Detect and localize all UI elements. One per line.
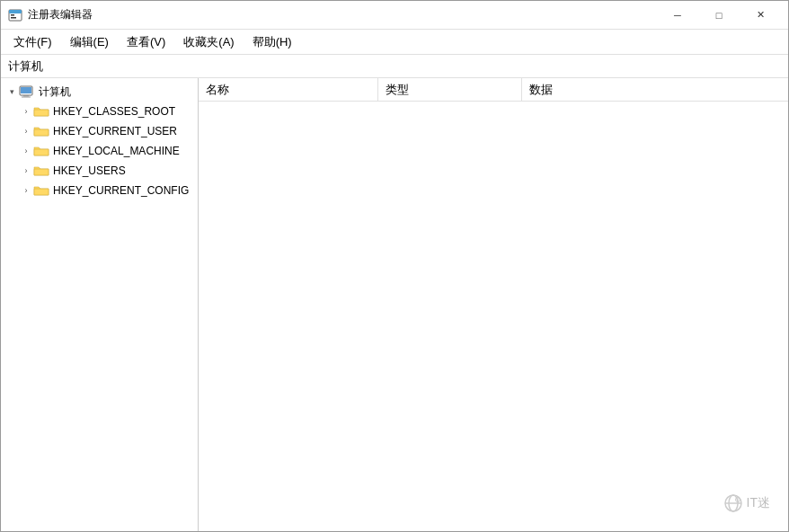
svg-rect-10: [34, 149, 49, 155]
root-expander[interactable]: ▾: [4, 84, 19, 99]
hkcu-expander[interactable]: ›: [19, 124, 33, 138]
tree-label-hkcr: HKEY_CLASSES_ROOT: [53, 105, 175, 118]
col-header-type: 类型: [378, 78, 522, 101]
svg-rect-8: [34, 110, 49, 116]
menu-file[interactable]: 文件(F): [4, 31, 61, 54]
folder-icon-hku: [33, 164, 49, 177]
window-title: 注册表编辑器: [28, 7, 657, 22]
maximize-button[interactable]: □: [698, 1, 740, 30]
menu-edit[interactable]: 编辑(E): [61, 31, 118, 54]
registry-editor-window: 注册表编辑器 ─ □ ✕ 文件(F) 编辑(E) 查看(V) 收藏夹(A) 帮助…: [0, 0, 789, 532]
menu-help[interactable]: 帮助(H): [244, 31, 301, 54]
table-header: 名称 类型 数据: [199, 78, 788, 102]
folder-icon-hkcc: [33, 184, 49, 197]
address-bar: 计算机: [1, 55, 788, 78]
svg-rect-11: [34, 169, 49, 175]
app-icon: [8, 8, 22, 22]
main-content: ▾ 计算机 › HKEY_CLASSES_ROOT: [1, 78, 788, 531]
svg-rect-2: [11, 14, 14, 16]
svg-rect-6: [23, 95, 29, 97]
right-pane: 名称 类型 数据 IT迷: [199, 78, 788, 531]
hklm-expander[interactable]: ›: [19, 144, 33, 158]
folder-icon-hkcu: [33, 125, 49, 137]
title-bar: 注册表编辑器 ─ □ ✕: [1, 1, 788, 30]
tree-item-hklm[interactable]: › HKEY_LOCAL_MACHINE: [1, 141, 198, 161]
hku-expander[interactable]: ›: [19, 164, 33, 178]
tree-item-hkcr[interactable]: › HKEY_CLASSES_ROOT: [1, 102, 198, 121]
folder-icon-hklm: [33, 145, 49, 157]
tree-root-label: 计算机: [39, 84, 71, 100]
computer-icon: [19, 85, 35, 98]
svg-rect-1: [9, 10, 22, 13]
tree-label-hkcc: HKEY_CURRENT_CONFIG: [53, 184, 189, 197]
tree-pane[interactable]: ▾ 计算机 › HKEY_CLASSES_ROOT: [1, 78, 199, 531]
hkcc-expander[interactable]: ›: [19, 183, 33, 198]
tree-label-hku: HKEY_USERS: [53, 164, 126, 177]
svg-rect-7: [22, 97, 31, 98]
watermark: IT迷: [723, 493, 770, 513]
watermark-icon: [723, 493, 743, 513]
tree-label-hklm: HKEY_LOCAL_MACHINE: [53, 145, 180, 157]
svg-rect-12: [34, 189, 49, 195]
tree-label-hkcu: HKEY_CURRENT_USER: [53, 125, 177, 137]
address-path: 计算机: [8, 58, 43, 75]
menu-bar: 文件(F) 编辑(E) 查看(V) 收藏夹(A) 帮助(H): [1, 30, 788, 55]
tree-item-hkcc[interactable]: › HKEY_CURRENT_CONFIG: [1, 181, 198, 200]
hkcr-expander[interactable]: ›: [19, 104, 33, 119]
svg-rect-9: [34, 129, 49, 136]
minimize-button[interactable]: ─: [657, 1, 698, 30]
tree-item-hku[interactable]: › HKEY_USERS: [1, 161, 198, 181]
svg-rect-5: [21, 87, 31, 93]
menu-favorites[interactable]: 收藏夹(A): [174, 31, 243, 54]
watermark-text: IT迷: [747, 495, 770, 511]
tree-item-hkcu[interactable]: › HKEY_CURRENT_USER: [1, 121, 198, 141]
window-controls: ─ □ ✕: [657, 1, 781, 30]
tree-root-computer[interactable]: ▾ 计算机: [1, 82, 198, 102]
svg-rect-3: [11, 17, 16, 19]
menu-view[interactable]: 查看(V): [118, 31, 174, 54]
folder-icon-hkcr: [33, 105, 49, 118]
col-header-name: 名称: [199, 78, 378, 101]
close-button[interactable]: ✕: [740, 1, 781, 30]
col-header-data: 数据: [522, 78, 788, 101]
